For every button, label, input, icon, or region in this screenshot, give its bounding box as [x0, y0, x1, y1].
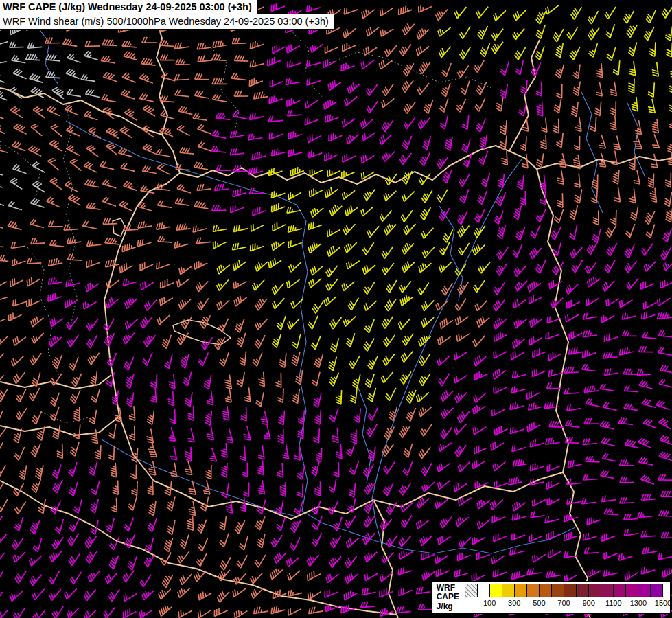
- admin-boundary-path: [41, 412, 89, 423]
- title-line-windshear: WRF Wind shear (m/s) 500/1000hPa Wednesd…: [0, 14, 334, 29]
- river-path: [581, 91, 603, 213]
- legend-color-cell: [564, 584, 577, 597]
- legend-color-cell: [489, 584, 502, 597]
- legend-color-cell: [551, 584, 564, 597]
- admin-boundary-path: [329, 52, 494, 89]
- legend-color-cell: [576, 584, 589, 597]
- legend-model-label: WRF: [437, 584, 459, 593]
- legend-color-cell: [465, 584, 478, 597]
- legend-param-label: CAPE: [437, 593, 459, 602]
- legend-color-cell: [526, 584, 540, 597]
- admin-boundary-path: [63, 104, 77, 323]
- legend-tick-value: 1300: [630, 599, 647, 607]
- legend-color-cell: [613, 584, 626, 597]
- legend-unit-label: J/kg: [437, 602, 459, 612]
- legend-tick-value: 100: [483, 599, 496, 607]
- legend-color-cell: [539, 584, 552, 597]
- legend-color-cell: [601, 584, 614, 597]
- legend-color-cell: [625, 584, 638, 597]
- weather-map-page: { "header": { "line1": "WRF CAPE (J/kg) …: [0, 0, 672, 618]
- legend-tick-values: 100300500700900110013001500: [465, 597, 663, 608]
- legend-color-cell: [477, 584, 490, 597]
- admin-boundary-path: [288, 27, 323, 98]
- country-border-path: [509, 40, 540, 151]
- legend-color-cell: [638, 584, 651, 597]
- legend-color-cell: [514, 584, 527, 597]
- legend-tick-value: 300: [508, 599, 520, 607]
- legend-color-cells: [465, 584, 663, 597]
- legend-tick-value: 900: [582, 599, 594, 607]
- admin-boundary-path: [206, 43, 239, 137]
- wind-barb-group-m: [0, 3, 672, 618]
- legend-labels: WRF CAPE J/kg: [437, 584, 459, 612]
- legend-tick-value: 500: [533, 599, 545, 607]
- wind-barb-map-canvas: [0, 0, 672, 618]
- legend-tick-value: 1500: [655, 599, 671, 607]
- river-path: [102, 439, 297, 516]
- legend-color-scale: 100300500700900110013001500: [465, 584, 663, 612]
- legend-color-cell: [502, 584, 515, 597]
- legend-color-cell: [588, 584, 601, 597]
- legend-color-cell: [650, 584, 663, 597]
- wind-barb-group-y: [213, 5, 672, 404]
- admin-boundary-path: [0, 141, 40, 199]
- map-title: WRF CAPE (J/kg) Wednesday 24-09-2025 03:…: [0, 0, 334, 29]
- river-path: [627, 103, 645, 177]
- legend-tick-value: 700: [557, 599, 570, 607]
- lake-path: [113, 218, 125, 236]
- country-border-path: [373, 500, 398, 618]
- title-line-cape: WRF CAPE (J/kg) Wednesday 24-09-2025 03:…: [0, 0, 257, 14]
- legend-tick-value: 1100: [605, 599, 622, 607]
- cape-legend: WRF CAPE J/kg 10030050070090011001300150…: [432, 581, 671, 614]
